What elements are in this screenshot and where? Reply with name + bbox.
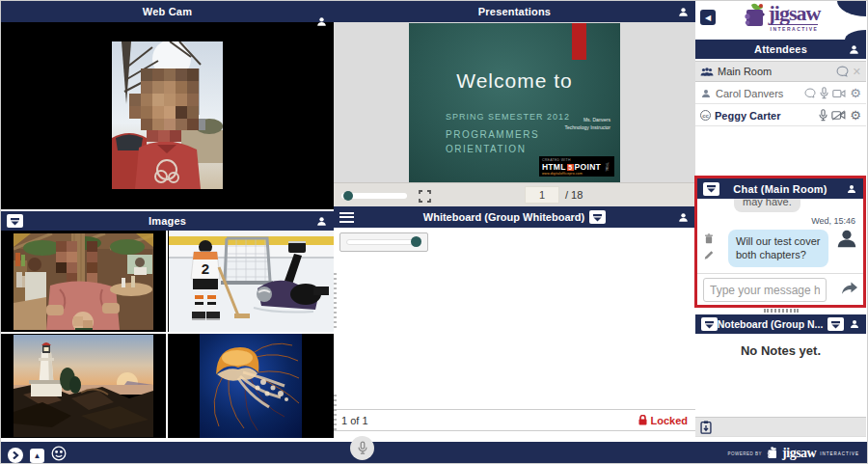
close-icon[interactable]: ✕ <box>853 66 861 78</box>
chat-avatar <box>836 228 857 253</box>
chat-message-previous: may have. <box>734 199 800 212</box>
attendee-name: Carol Danvers <box>716 88 783 99</box>
attendee-icon <box>700 88 712 99</box>
slide-subtitle-2: PROGRAMMERS ORIENTATION <box>446 127 539 156</box>
images-participants-icon[interactable] <box>315 215 328 228</box>
html5point-badge: CREATED WITH HTML 5 POINT TRIAL www.digi… <box>539 156 614 177</box>
chat-message-input[interactable] <box>703 278 827 302</box>
edit-message-icon[interactable] <box>704 250 714 260</box>
webcam-panel: Web Cam <box>1 1 334 209</box>
image-thumbnail-hockey[interactable]: 2 <box>168 231 334 332</box>
attendee-name: Peggy Carter <box>715 110 780 122</box>
jigsaw-puzzle-icon <box>742 3 767 32</box>
chat-title: Chat (Main Room) <box>697 183 863 195</box>
presentation-zoom-slider-thumb[interactable] <box>343 191 353 201</box>
whiteboard-menu-icon[interactable] <box>339 209 354 225</box>
microphone-icon[interactable] <box>820 87 828 99</box>
chat-bubble-icon[interactable] <box>804 88 816 98</box>
page-total-label: / 18 <box>565 189 583 201</box>
group-icon <box>700 67 714 77</box>
whiteboard-footer: 1 of 1 Locked <box>334 409 695 431</box>
presentation-toolbar: / 18 <box>334 182 695 206</box>
camera-off-icon[interactable] <box>831 110 846 121</box>
noteboard-participants-icon[interactable] <box>849 318 860 330</box>
chat-message-list[interactable]: may have. Wed, 15:46 Will our test cover… <box>697 199 863 273</box>
webcam-title: Web Cam <box>1 6 334 17</box>
presentation-zoom-slider[interactable] <box>341 193 407 199</box>
presentations-title: Presentations <box>334 6 695 17</box>
image-thumbnail-restaurant[interactable] <box>1 231 166 332</box>
noteboard-panel: Noteboard (Group N... No Notes yet. <box>695 314 866 437</box>
whiteboard-participants-icon[interactable] <box>677 211 690 224</box>
settings-gear-icon[interactable]: ⚙ <box>850 109 861 122</box>
webcam-participants-icon[interactable] <box>315 1 328 28</box>
chat-panel: Chat (Main Room) may have. Wed, 15:46 Wi… <box>694 176 866 308</box>
presentations-header: Presentations <box>334 1 695 22</box>
camera-icon[interactable] <box>832 89 846 98</box>
add-note-icon[interactable] <box>700 421 712 434</box>
webcam-header: Web Cam <box>1 1 334 22</box>
expand-dock-icon[interactable] <box>8 448 23 463</box>
images-collapse-button[interactable] <box>7 214 23 228</box>
noteboard-empty-text: No Notes yet. <box>695 334 866 358</box>
bottom-toolbar: ▲ POWERED BY jigsaw INTERACTIVE <box>1 442 867 464</box>
panel-resize-handle[interactable] <box>334 273 337 329</box>
whiteboard-panel: Whiteboard (Group Whiteboard) 1 of 1 Loc… <box>334 206 695 442</box>
slide-subtitle: SPRING SEMESTER 2012 <box>446 112 570 122</box>
noteboard-collapse-button[interactable] <box>701 317 718 331</box>
images-title: Images <box>1 215 334 227</box>
attendee-row-peggy-carter[interactable]: cc Peggy Carter ⚙ <box>695 105 866 126</box>
logo-bar: ◀ jigsaw INTERACTIVE <box>695 1 866 40</box>
presentation-stage: Welcome to SPRING SEMESTER 2012 PROGRAMM… <box>334 22 695 182</box>
cc-badge-icon: cc <box>700 110 711 121</box>
chat-collapse-button[interactable] <box>703 182 719 196</box>
raise-hand-panel-icon[interactable]: ▲ <box>30 449 44 463</box>
lighthouse-photo <box>14 335 153 437</box>
powered-by: POWERED BY jigsaw INTERACTIVE <box>728 442 859 464</box>
microphone-button[interactable] <box>350 436 374 460</box>
logo-name: jigsaw <box>769 3 821 24</box>
slide-heading: Welcome to <box>409 69 620 93</box>
attendees-panel: Attendees <box>695 40 866 59</box>
html5-shield-icon: 5 <box>567 164 574 171</box>
jellyfish-photo <box>200 334 302 438</box>
locked-status-badge: Locked <box>638 415 688 426</box>
whiteboard-zoom-slider-thumb[interactable] <box>411 236 421 247</box>
fullscreen-icon[interactable] <box>419 189 431 206</box>
chat-bubble-icon[interactable] <box>836 66 849 77</box>
attendee-row-main-room[interactable]: Main Room ✕ <box>695 61 866 82</box>
whiteboard-dropdown-button[interactable] <box>589 210 606 224</box>
presentations-participants-icon[interactable] <box>677 6 690 18</box>
jigsaw-logo: jigsaw INTERACTIVE <box>695 3 866 32</box>
whiteboard-zoom-slider[interactable] <box>339 232 428 252</box>
noteboard-footer <box>695 417 866 436</box>
virtual-classroom: Web Cam <box>0 0 868 464</box>
settings-gear-icon[interactable]: ⚙ <box>850 87 861 99</box>
slide-author: Ms. Danvers Technology Instructor <box>564 116 610 131</box>
noteboard-dropdown-button[interactable] <box>827 317 844 331</box>
whiteboard-page-info: 1 of 1 <box>341 415 368 426</box>
slide-red-ribbon <box>572 23 586 60</box>
presentation-slide[interactable]: Welcome to SPRING SEMESTER 2012 PROGRAMM… <box>409 23 620 182</box>
page-number-input[interactable] <box>525 186 559 204</box>
webcam-photo <box>112 41 223 189</box>
hockey-photo: 2 <box>169 231 334 332</box>
chat-timestamp: Wed, 15:46 <box>811 216 855 226</box>
chat-participants-icon[interactable] <box>846 183 857 195</box>
image-thumbnail-lighthouse[interactable] <box>1 334 166 438</box>
attendees-title: Attendees <box>695 43 866 55</box>
emoji-icon[interactable] <box>51 446 67 464</box>
microphone-icon[interactable] <box>819 109 827 122</box>
noteboard-title: Noteboard (Group N... <box>718 318 824 330</box>
send-message-icon[interactable] <box>842 282 857 299</box>
attendees-participants-icon[interactable] <box>848 43 860 56</box>
attendee-row-carol-danvers[interactable]: Carol Danvers ⚙ <box>695 83 866 104</box>
panel-resize-handle[interactable] <box>695 309 866 313</box>
chat-message: Will our test cover both chapters? <box>728 230 828 267</box>
restaurant-photo <box>14 233 153 330</box>
panel-resize-handle[interactable] <box>334 395 337 433</box>
chat-input-row <box>697 273 863 305</box>
image-thumbnail-jellyfish[interactable] <box>168 334 334 438</box>
delete-message-icon[interactable] <box>704 233 714 244</box>
logo-tagline: INTERACTIVE <box>771 24 819 32</box>
